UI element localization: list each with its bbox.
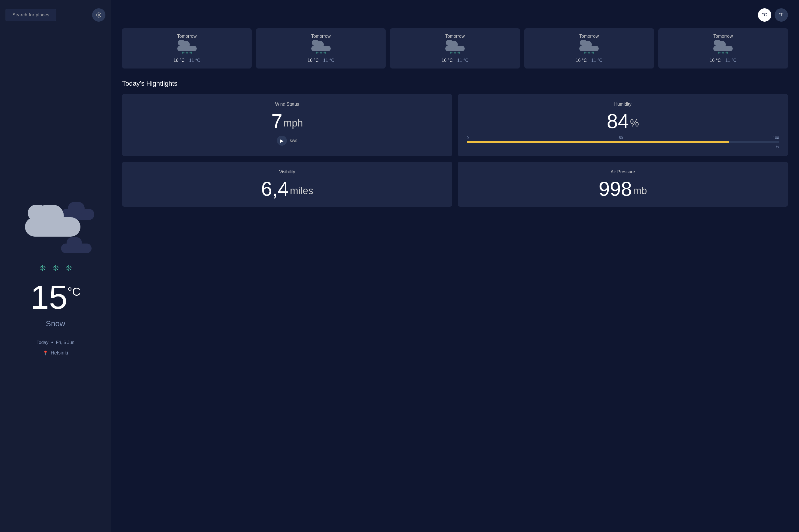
wind-value: 7 mph (271, 111, 303, 131)
weather-type: Snow (46, 319, 65, 328)
air-pressure-label: Air Pressure (611, 170, 635, 174)
humidity-unit: % (630, 117, 639, 129)
pin-icon: 📍 (43, 350, 48, 356)
humidity-min: 0 (467, 136, 469, 140)
temp-value: 15 (31, 281, 68, 314)
air-pressure-number: 998 (599, 179, 632, 199)
forecast-temps-2: 16 °C 11 °C (442, 58, 468, 63)
forecast-cards: Tomorrow ❊ ❊ ❊ 16 °C 11 °C Tomorrow ❊ (122, 28, 788, 69)
temp-low-1: 11 °C (323, 58, 334, 63)
temp-high-0: 16 °C (173, 58, 185, 63)
cloud-main (25, 206, 80, 236)
fahrenheit-button[interactable]: °F (775, 8, 788, 22)
temp-low-2: 11 °C (457, 58, 468, 63)
forecast-temps-3: 16 °C 11 °C (576, 58, 602, 63)
forecast-temps-1: 16 °C 11 °C (308, 58, 334, 63)
temp-unit: °C (68, 286, 80, 298)
snow-dot-1: ❊ (39, 264, 46, 272)
humidity-bar-bg (467, 141, 779, 143)
forecast-temps-4: 16 °C 11 °C (710, 58, 736, 63)
snow-dots: ❊ ❊ ❊ (39, 264, 72, 272)
forecast-temps-0: 16 °C 11 °C (173, 58, 200, 63)
humidity-bar-fill (467, 141, 729, 143)
temp-high-3: 16 °C (576, 58, 587, 63)
humidity-bar: 0 50 100 % (467, 136, 779, 148)
forecast-card-2: Tomorrow ❊ ❊ ❊ 16 °C 11 °C (390, 28, 520, 69)
humidity-value: 84 % (607, 111, 639, 131)
visibility-card: Visibility 6,4 miles (122, 162, 452, 207)
snow-dot-3: ❊ (65, 264, 72, 272)
unit-toggle: °C °F (122, 8, 788, 22)
wind-arrow-icon: ▶ (277, 136, 287, 146)
forecast-day-4: Tomorrow (713, 34, 733, 39)
sidebar: Search for places ❊ ❊ ❊ 15 °C Sno (0, 0, 111, 532)
humidity-percent-label: % (467, 144, 779, 148)
temperature-display: 15 °C (31, 281, 81, 314)
humidity-max: 100 (773, 136, 779, 140)
mini-cloud-0: ❊ ❊ ❊ (177, 42, 197, 55)
mini-cloud-3: ❊ ❊ ❊ (579, 42, 599, 55)
forecast-day-0: Tomorrow (177, 34, 196, 39)
main-content: °C °F Tomorrow ❊ ❊ ❊ 16 °C 11 °C Tomorro… (111, 0, 799, 532)
forecast-card-4: Tomorrow ❊ ❊ ❊ 16 °C 11 °C (658, 28, 788, 69)
celsius-button[interactable]: °C (758, 8, 771, 22)
temp-high-1: 16 °C (308, 58, 319, 63)
mini-cloud-4: ❊ ❊ ❊ (713, 42, 733, 55)
highlights-grid: Wind Status 7 mph ▶ sws Humidity 84 % 0 … (122, 94, 788, 207)
air-pressure-unit: mb (633, 185, 647, 197)
temp-low-3: 11 °C (591, 58, 602, 63)
humidity-card: Humidity 84 % 0 50 100 % (458, 94, 788, 156)
forecast-card-0: Tomorrow ❊ ❊ ❊ 16 °C 11 °C (122, 28, 252, 69)
visibility-label: Visibility (279, 170, 295, 174)
location-icon (96, 12, 102, 18)
visibility-unit: miles (290, 185, 313, 197)
air-pressure-value: 998 mb (599, 179, 647, 199)
date-value: Fri, 5 Jun (56, 340, 75, 345)
mini-cloud-2: ❊ ❊ ❊ (445, 42, 465, 55)
forecast-day-3: Tomorrow (579, 34, 599, 39)
search-bar: Search for places (5, 8, 106, 22)
humidity-label: Humidity (614, 102, 631, 107)
temp-low-0: 11 °C (189, 58, 200, 63)
snow-dot-2: ❊ (53, 264, 59, 272)
visibility-number: 6,4 (261, 179, 289, 199)
wind-direction: ▶ sws (277, 136, 298, 146)
forecast-day-1: Tomorrow (311, 34, 331, 39)
humidity-bar-labels: 0 50 100 (467, 136, 779, 140)
wind-status-card: Wind Status 7 mph ▶ sws (122, 94, 452, 156)
cloud-bump (28, 205, 47, 221)
humidity-mid: 50 (619, 136, 623, 140)
search-button[interactable]: Search for places (5, 9, 56, 21)
forecast-card-3: Tomorrow ❊ ❊ ❊ 16 °C 11 °C (524, 28, 654, 69)
temp-high-4: 16 °C (710, 58, 721, 63)
forecast-card-1: Tomorrow ❊ ❊ ❊ 16 °C 11 °C (256, 28, 386, 69)
humidity-number: 84 (607, 111, 629, 131)
location-button[interactable] (92, 8, 106, 22)
wind-label: Wind Status (275, 102, 299, 107)
temp-low-4: 11 °C (725, 58, 736, 63)
wind-direction-label: sws (290, 138, 298, 143)
mini-cloud-1: ❊ ❊ ❊ (311, 42, 331, 55)
temp-high-2: 16 °C (442, 58, 453, 63)
wind-number: 7 (271, 111, 282, 131)
date-info: Today • Fri, 5 Jun (37, 339, 74, 346)
forecast-day-2: Tomorrow (445, 34, 465, 39)
highlights-title: Today's Hightlights (122, 80, 788, 88)
cloud-container (17, 201, 94, 256)
date-separator: • (51, 339, 53, 346)
weather-illustration: ❊ ❊ ❊ 15 °C Snow Today • Fri, 5 Jun 📍 He… (5, 33, 106, 524)
location-info: 📍 Helsinki (43, 350, 68, 356)
svg-point-0 (98, 14, 100, 16)
date-label: Today (37, 340, 49, 345)
city-name: Helsinki (51, 350, 68, 356)
air-pressure-card: Air Pressure 998 mb (458, 162, 788, 207)
wind-unit: mph (284, 117, 303, 129)
visibility-value: 6,4 miles (261, 179, 313, 199)
cloud-bg-bottom (61, 236, 92, 253)
